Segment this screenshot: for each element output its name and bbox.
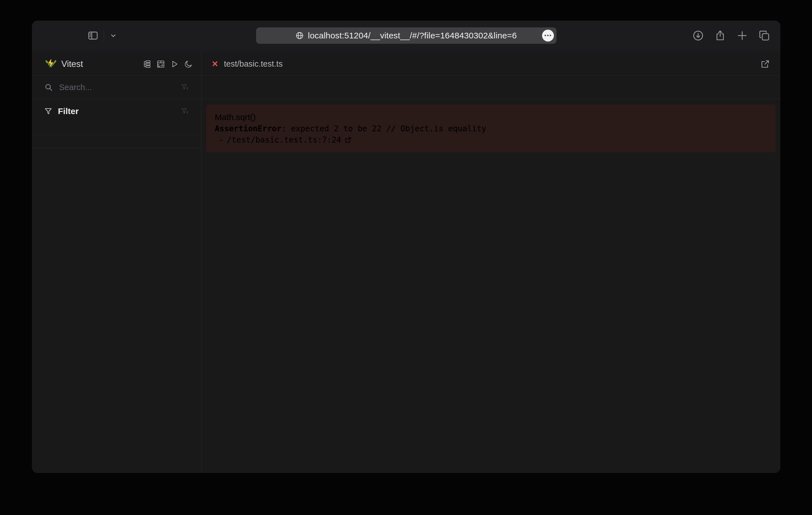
traffic-lights [43, 21, 79, 50]
open-in-editor-icon[interactable] [760, 59, 770, 69]
report-view: Math.sqrt() AssertionError: expected 2 t… [201, 99, 780, 473]
error-message: expected 2 to be 22 // Object.is equalit… [291, 124, 486, 133]
filter-icon [45, 107, 52, 115]
url-bar[interactable]: localhost:51204/__vitest__/#/?file=16484… [256, 27, 556, 44]
stack-link-line[interactable]: - /test/basic.test.ts:7:24 [215, 134, 767, 146]
page-settings-button[interactable] [542, 30, 554, 41]
filter-title: Filter [58, 107, 79, 116]
url-text: localhost:51204/__vitest__/#/?file=16484… [308, 31, 517, 40]
stack-file-link[interactable]: /test/basic.test.ts:7:24 [227, 134, 341, 146]
test-summary [32, 135, 201, 148]
zoom-window-button[interactable] [72, 32, 79, 39]
test-progress-bar [32, 50, 780, 53]
dashboard-icon[interactable] [156, 60, 165, 68]
downloads-icon[interactable] [692, 30, 704, 41]
clear-filter-icon[interactable] [181, 107, 189, 115]
share-icon[interactable] [714, 30, 726, 41]
minimize-window-button[interactable] [58, 32, 64, 39]
browser-window: localhost:51204/__vitest__/#/?file=16484… [32, 21, 780, 473]
test-tree [32, 148, 201, 473]
file-tab-label: test/basic.test.ts [224, 59, 283, 69]
error-panel: Math.sqrt() AssertionError: expected 2 t… [206, 104, 776, 152]
close-window-button[interactable] [43, 32, 50, 39]
search-icon [45, 83, 53, 91]
clear-search-filter-icon[interactable] [181, 83, 189, 91]
sidebar: Vitest [32, 53, 201, 473]
collapse-tree-icon[interactable] [143, 60, 151, 68]
new-tab-icon[interactable] [736, 30, 748, 41]
run-all-icon[interactable] [170, 60, 179, 68]
sidebar-toggle-icon[interactable] [87, 30, 98, 41]
failed-test-name: Math.sqrt() [215, 111, 767, 123]
app-title: Vitest [61, 59, 83, 69]
browser-toolbar: localhost:51204/__vitest__/#/?file=16484… [32, 21, 780, 50]
vitest-logo [45, 57, 57, 71]
tab-overview-icon[interactable] [758, 30, 770, 41]
view-tabs [201, 76, 780, 99]
external-link-icon[interactable] [344, 137, 352, 144]
globe-icon [295, 31, 304, 40]
error-message-line: AssertionError: expected 2 to be 22 // O… [215, 123, 767, 134]
main-panel: ✕ test/basic.test.ts Math.sqrt() Asserti… [201, 53, 780, 473]
close-tab-icon[interactable]: ✕ [212, 59, 218, 69]
error-name: AssertionError [215, 124, 282, 133]
search-input[interactable] [59, 83, 175, 92]
toolbar-chevron-down-icon[interactable] [109, 31, 118, 40]
open-file-tab[interactable]: ✕ test/basic.test.ts [201, 53, 780, 76]
dark-mode-toggle-icon[interactable] [184, 60, 193, 68]
toolbar-divider [104, 29, 104, 42]
filter-section: Filter [32, 99, 201, 135]
